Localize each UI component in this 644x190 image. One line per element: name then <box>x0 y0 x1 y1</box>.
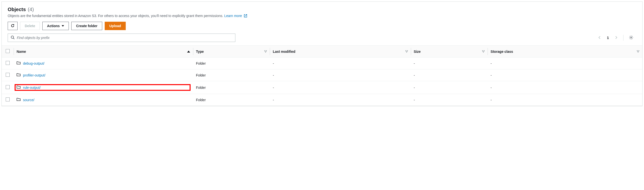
type-cell: Folder <box>193 58 270 69</box>
header-block: Objects (4) Objects are the fundamental … <box>2 7 642 45</box>
row-checkbox[interactable] <box>6 85 10 89</box>
svg-point-1 <box>631 37 632 38</box>
sort-none-icon <box>637 50 639 53</box>
table-row: source/Folder--- <box>2 94 642 106</box>
col-size-label: Size <box>414 50 421 54</box>
actions-label: Actions <box>47 24 60 28</box>
learn-more-text: Learn more <box>224 14 242 18</box>
caret-down-icon <box>62 25 64 27</box>
folder-icon <box>16 61 20 66</box>
chevron-right-icon <box>614 36 618 39</box>
table-row: profiler-output/Folder--- <box>2 69 642 81</box>
sort-none-icon <box>264 50 267 53</box>
modified-cell: - <box>270 58 410 69</box>
size-cell: - <box>411 58 488 69</box>
chevron-left-icon <box>598 36 602 39</box>
settings-button[interactable] <box>628 34 634 41</box>
storage-cell: - <box>488 69 642 81</box>
type-cell: Folder <box>193 94 270 106</box>
name-cell: rule-output/ <box>15 85 190 90</box>
upload-button[interactable]: Upload <box>105 22 126 30</box>
size-cell: - <box>411 81 488 94</box>
col-modified-header[interactable]: Last modified <box>270 46 410 58</box>
divider <box>623 35 624 41</box>
table-row: rule-output/Folder--- <box>2 81 642 94</box>
delete-button: Delete <box>20 22 40 30</box>
refresh-button[interactable] <box>8 22 18 30</box>
object-link[interactable]: profiler-output/ <box>23 73 45 77</box>
col-name-header[interactable]: Name <box>14 46 193 58</box>
sort-none-icon <box>482 50 484 53</box>
modified-cell: - <box>270 94 410 106</box>
row-checkbox[interactable] <box>6 97 10 101</box>
col-modified-label: Last modified <box>273 50 295 54</box>
sort-none-icon <box>406 50 408 53</box>
prev-page-button <box>597 35 602 41</box>
type-cell: Folder <box>193 69 270 81</box>
page-title: Objects <box>8 7 26 12</box>
select-all-checkbox[interactable] <box>6 49 10 53</box>
table-row: debug-output/Folder--- <box>2 58 642 69</box>
toolbar: Delete Actions Create folder Upload <box>8 22 636 30</box>
modified-cell: - <box>270 81 410 94</box>
row-checkbox[interactable] <box>6 73 10 77</box>
row-checkbox[interactable] <box>6 61 10 65</box>
pagination: 1 <box>597 34 636 41</box>
search-icon <box>11 36 14 40</box>
search-input[interactable] <box>8 34 235 42</box>
select-all-header <box>2 46 14 58</box>
create-folder-button[interactable]: Create folder <box>71 22 102 30</box>
folder-icon <box>16 73 20 78</box>
col-type-header[interactable]: Type <box>193 46 270 58</box>
name-cell: profiler-output/ <box>16 73 190 78</box>
objects-table: Name Type Last modified <box>2 45 642 106</box>
subtitle: Objects are the fundamental entities sto… <box>8 14 636 18</box>
modified-cell: - <box>270 69 410 81</box>
type-cell: Folder <box>193 81 270 94</box>
refresh-icon <box>11 24 14 28</box>
storage-cell: - <box>488 58 642 69</box>
storage-cell: - <box>488 94 642 106</box>
search-wrap <box>8 34 235 42</box>
filter-row: 1 <box>8 34 636 42</box>
gear-icon <box>629 35 633 40</box>
folder-icon <box>16 97 20 102</box>
name-cell: debug-output/ <box>16 61 190 66</box>
col-storage-header[interactable]: Storage class <box>488 46 642 58</box>
learn-more-link[interactable]: Learn more <box>224 14 247 18</box>
current-page: 1 <box>607 36 609 40</box>
col-type-label: Type <box>196 50 204 54</box>
size-cell: - <box>411 94 488 106</box>
folder-icon <box>16 85 20 90</box>
svg-point-0 <box>11 36 14 38</box>
object-link[interactable]: rule-output/ <box>23 86 40 90</box>
name-cell: source/ <box>16 97 190 102</box>
size-cell: - <box>411 69 488 81</box>
external-link-icon <box>244 14 247 18</box>
object-link[interactable]: source/ <box>23 98 34 102</box>
col-name-label: Name <box>16 50 26 54</box>
object-link[interactable]: debug-output/ <box>23 61 44 65</box>
storage-cell: - <box>488 81 642 94</box>
objects-panel: Objects (4) Objects are the fundamental … <box>2 1 642 106</box>
next-page-button <box>613 35 619 41</box>
object-count: (4) <box>28 7 34 12</box>
actions-button[interactable]: Actions <box>42 22 69 30</box>
subtitle-text: Objects are the fundamental entities sto… <box>8 14 224 18</box>
col-size-header[interactable]: Size <box>411 46 488 58</box>
sort-asc-icon <box>187 51 190 53</box>
col-storage-label: Storage class <box>490 50 513 54</box>
